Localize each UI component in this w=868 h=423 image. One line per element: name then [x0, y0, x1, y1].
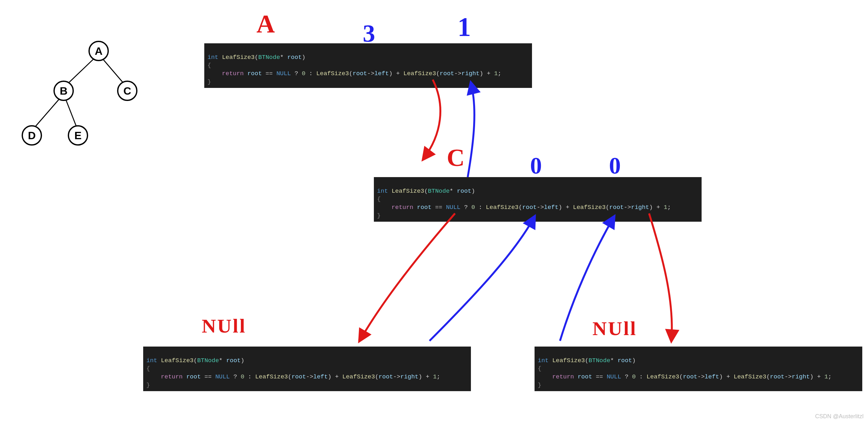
- watermark: CSDN @Austerlitzl: [815, 413, 864, 420]
- annot-zero-right: 0: [609, 152, 621, 179]
- arrow-C-to-A: [468, 83, 474, 177]
- annot-null-right: NUll: [592, 317, 637, 340]
- annot-one: 1: [458, 11, 471, 43]
- arrow-A-to-C: [423, 80, 440, 159]
- arrow-C-to-null-right: [649, 214, 672, 341]
- code-block-null-left: int LeafSize3(BTNode* root) { return roo…: [143, 346, 471, 391]
- tree-node-B: B: [60, 85, 68, 97]
- binary-tree-diagram: A B C D E: [9, 35, 146, 169]
- annot-zero-left: 0: [530, 152, 542, 179]
- tree-node-A: A: [95, 45, 103, 57]
- code-block-C: int LeafSize3(BTNode* root) { return roo…: [374, 177, 702, 222]
- tree-node-D: D: [28, 129, 36, 141]
- arrow-nullleft-to-C: [430, 217, 534, 341]
- annot-three: 3: [363, 19, 375, 48]
- code-block-null-right: int LeafSize3(BTNode* root) { return roo…: [534, 346, 862, 391]
- tree-node-C: C: [123, 85, 131, 97]
- annot-A: A: [256, 9, 275, 38]
- annot-C: C: [447, 143, 465, 172]
- code-block-A: int LeafSize3(BTNode* root) { return roo…: [204, 43, 532, 88]
- arrow-C-to-null-left: [360, 214, 455, 341]
- annot-null-left: NUll: [202, 315, 246, 337]
- tree-node-E: E: [74, 129, 82, 141]
